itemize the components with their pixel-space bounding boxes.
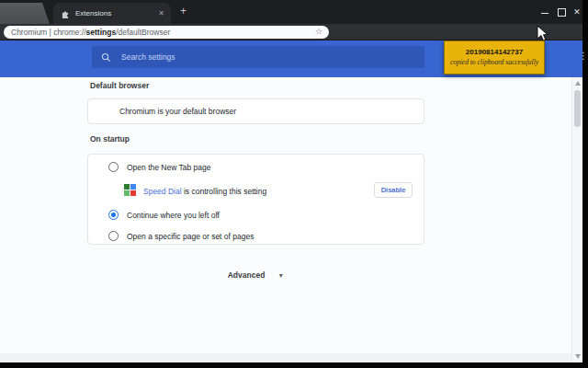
omnibox-highlight: settings: [86, 28, 117, 37]
default-browser-status: Chromium is your default browser: [119, 99, 236, 123]
sd-sq: [124, 184, 130, 190]
bookmark-star-icon[interactable]: ☆: [315, 27, 322, 36]
on-startup-card: Open the New Tab page Speed Dial is cont…: [87, 154, 424, 245]
speed-dial-extension-icon: [124, 184, 136, 196]
search-icon: [101, 52, 111, 63]
tab-extensions[interactable]: Extensions ✕: [53, 3, 171, 24]
controlled-setting-suffix: is controlling this setting: [182, 187, 267, 196]
radio-unselected-icon[interactable]: [108, 162, 119, 172]
sd-sq: [124, 190, 130, 196]
settings-search-box[interactable]: [92, 46, 424, 68]
sd-sq: [130, 190, 136, 196]
controlled-setting-row: Speed Dial is controlling this setting D…: [88, 178, 424, 202]
startup-option-label: Open the New Tab page: [127, 163, 211, 172]
default-browser-card: Chromium is your default browser: [87, 98, 424, 124]
maximize-icon: [558, 8, 566, 17]
search-input[interactable]: [119, 52, 399, 63]
section-heading-on-startup: On startup: [90, 134, 130, 144]
radio-dot: [111, 213, 117, 218]
startup-option-label: Continue where you left off: [127, 211, 220, 220]
scroll-up-icon[interactable]: [575, 81, 581, 86]
section-heading-default-browser: Default browser: [90, 81, 149, 90]
tab-title: Extensions: [75, 9, 158, 17]
disable-button[interactable]: Disable: [374, 182, 413, 198]
speed-dial-link[interactable]: Speed Dial: [143, 187, 182, 196]
startup-option-continue[interactable]: Continue where you left off: [88, 202, 424, 225]
advanced-button[interactable]: Advanced▼: [87, 270, 424, 280]
omnibox-scheme: chrome://: [53, 28, 85, 37]
radio-unselected-icon[interactable]: [108, 231, 119, 241]
chevron-down-icon: ▼: [277, 272, 284, 279]
omnibox-path: /defaultBrowser: [116, 28, 170, 37]
background-window-tab[interactable]: [0, 3, 50, 24]
minimize-icon: [541, 13, 548, 14]
startup-option-specific-pages[interactable]: Open a specific page or set of pages: [88, 225, 424, 246]
address-bar[interactable]: Chromium | chrome://settings/defaultBrow…: [4, 26, 329, 40]
settings-content: Default browser Chromium is your default…: [0, 77, 582, 362]
clipboard-toast: 20190814142737 copied to clipboard succe…: [444, 40, 545, 75]
omnibox-app-name: Chromium: [11, 28, 47, 37]
extensions-puzzle-icon: [61, 9, 70, 18]
content-bottom-band: [0, 353, 571, 362]
sd-sq: [130, 184, 136, 190]
window-minimize-button[interactable]: [538, 6, 551, 18]
controlled-setting-text: Speed Dial is controlling this setting: [143, 187, 266, 196]
startup-option-label: Open a specific page or set of pages: [127, 232, 254, 241]
advanced-label: Advanced: [228, 270, 266, 280]
browser-toolbar: Chromium | chrome://settings/defaultBrow…: [0, 24, 582, 40]
scrollbar[interactable]: [571, 77, 582, 362]
scrollbar-thumb[interactable]: [574, 90, 581, 127]
omnibox-separator: |: [47, 28, 53, 37]
browser-window: Extensions ✕ + ✕ Chromium | chrome://set…: [0, 0, 582, 362]
toast-code: 20190814142737: [445, 48, 544, 56]
tab-close-icon[interactable]: ✕: [158, 9, 164, 17]
toast-message: copied to clipboard successfully: [445, 58, 544, 66]
startup-option-new-tab[interactable]: Open the New Tab page: [88, 155, 424, 178]
new-tab-button[interactable]: +: [176, 5, 190, 18]
window-close-button[interactable]: ✕: [571, 6, 583, 18]
tab-strip: Extensions ✕ + ✕: [0, 0, 582, 24]
mouse-cursor: [537, 25, 549, 42]
radio-selected-icon[interactable]: [108, 210, 119, 220]
window-maximize-button[interactable]: [555, 6, 568, 18]
scroll-down-icon[interactable]: [575, 354, 581, 359]
